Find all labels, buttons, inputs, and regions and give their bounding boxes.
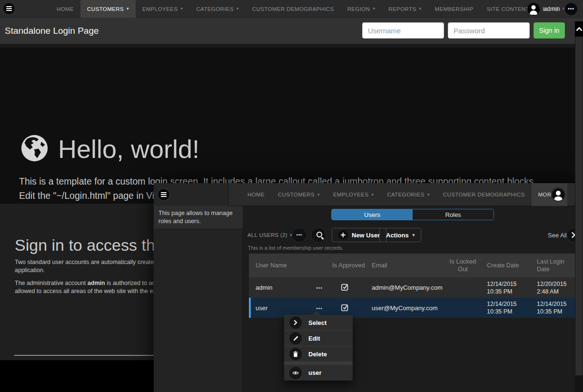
nav-label: CUSTOMERS bbox=[278, 192, 315, 197]
cell-last-login-date: 12/14/2015 10:35 PM bbox=[528, 300, 578, 315]
section-paragraph-1: Two standard user accounts are automatic… bbox=[15, 258, 163, 274]
ellipsis-icon: ••• bbox=[296, 233, 302, 237]
row-menu-button[interactable]: ••• bbox=[309, 284, 329, 291]
table-header-row: User Name Is Approved Email Is Locked Ou… bbox=[249, 254, 578, 277]
trash-icon bbox=[289, 348, 302, 360]
search-button[interactable] bbox=[311, 227, 326, 243]
cell-email: admin@MyCompany.com bbox=[366, 284, 447, 291]
column-header-is-locked-out[interactable]: Is Locked Out bbox=[447, 258, 478, 273]
page-title: Standalone Login Page bbox=[5, 18, 99, 44]
sign-in-button[interactable]: Sign in bbox=[534, 22, 565, 39]
table-row-admin[interactable]: admin ••• admin@MyCompany.com 12/14/2015… bbox=[249, 277, 578, 298]
modal-nav-categories[interactable]: CATEGORIES▾ bbox=[380, 183, 436, 206]
menu-item-view-user[interactable]: user bbox=[284, 365, 353, 381]
nav-label: CATEGORIES bbox=[196, 6, 234, 12]
checkbox-checked-icon bbox=[341, 303, 349, 312]
section-heading: Sign in to access the p bbox=[15, 236, 178, 255]
column-header-email[interactable]: Email bbox=[366, 262, 447, 269]
eye-icon bbox=[289, 367, 302, 379]
cell-is-approved bbox=[329, 283, 366, 293]
cell-create-date: 12/14/2015 10:35 PM bbox=[478, 280, 528, 295]
overflow-ellipsis-icon[interactable]: ••• bbox=[564, 2, 578, 16]
caret-down-icon: ▾ bbox=[419, 7, 422, 11]
toolbar-ellipsis-button[interactable]: ••• bbox=[292, 227, 307, 243]
scrollbar-thumb[interactable] bbox=[575, 37, 583, 375]
column-header-create-date[interactable]: Create Date bbox=[478, 262, 528, 269]
column-header-last-login-date[interactable]: Last Login Date bbox=[528, 258, 578, 273]
column-header-is-approved[interactable]: Is Approved bbox=[329, 262, 366, 269]
cell-user-name: admin bbox=[249, 284, 309, 291]
modal-nav-home[interactable]: HOME bbox=[241, 183, 271, 206]
username-field[interactable] bbox=[362, 22, 444, 39]
paragraph-line: allowed to access all areas of the web s… bbox=[15, 287, 161, 295]
nav-item-home[interactable]: HOME bbox=[50, 0, 80, 18]
modal-navbar-left bbox=[154, 183, 229, 206]
hamburger-menu-icon[interactable] bbox=[157, 188, 170, 201]
user-avatar-icon[interactable] bbox=[527, 3, 540, 15]
menu-item-delete[interactable]: Delete bbox=[284, 346, 353, 362]
modal-content: Users Roles ALL USERS (2) ▾ ••• New User… bbox=[243, 206, 583, 392]
see-all-link[interactable]: See All bbox=[548, 227, 567, 243]
user-avatar-icon[interactable] bbox=[551, 187, 565, 202]
header-separator bbox=[0, 44, 583, 48]
caret-down-icon: ▾ bbox=[427, 193, 430, 197]
actions-dropdown-button[interactable]: Actions ▾ bbox=[379, 228, 421, 242]
nav-label: CUSTOMERS bbox=[87, 6, 124, 12]
nav-item-customers[interactable]: CUSTOMERS▾ bbox=[80, 0, 136, 18]
menu-item-select[interactable]: Select bbox=[284, 315, 353, 331]
time-line: 2:48 AM bbox=[537, 288, 578, 295]
nav-label: MEMBERSHIP bbox=[435, 6, 473, 12]
nav-label: CUSTOMER DEMOGRAPHICS bbox=[252, 6, 334, 12]
pencil-icon bbox=[289, 332, 302, 344]
hamburger-menu-icon[interactable] bbox=[2, 2, 16, 15]
filter-dropdown[interactable]: ALL USERS (2) ▾ bbox=[247, 227, 292, 243]
topnav-right-cluster: admin ••• bbox=[527, 0, 578, 18]
nav-item-reports[interactable]: REPORTS▾ bbox=[382, 0, 428, 18]
modal-nav-employees[interactable]: EMPLOYEES▾ bbox=[326, 183, 380, 206]
paragraph-line: Two standard user accounts are automatic… bbox=[15, 258, 163, 266]
page-header-bar: Standalone Login Page Sign in bbox=[0, 18, 583, 44]
caret-down-icon: ▾ bbox=[413, 233, 415, 237]
caret-down-icon: ▾ bbox=[373, 7, 375, 11]
caret-down-icon: ▾ bbox=[237, 7, 239, 11]
menu-item-label: Edit bbox=[308, 335, 320, 342]
cell-last-login-date: 12/20/2015 2:48 AM bbox=[528, 280, 578, 295]
column-header-user-name[interactable]: User Name bbox=[249, 262, 309, 269]
vertical-scrollbar[interactable] bbox=[575, 21, 583, 392]
section-paragraph-2: The administrative account admin is auth… bbox=[15, 279, 161, 295]
new-user-label: New User bbox=[352, 232, 380, 239]
ellipsis-icon: ••• bbox=[316, 306, 323, 311]
date-line: 12/14/2015 bbox=[487, 280, 528, 288]
tab-users[interactable]: Users bbox=[332, 209, 413, 220]
nav-label: EMPLOYEES bbox=[333, 192, 369, 197]
caret-down-icon: ▾ bbox=[317, 193, 320, 197]
tab-group: Users Roles bbox=[331, 209, 494, 220]
menu-item-edit[interactable]: Edit bbox=[284, 331, 353, 346]
nav-item-customer-demographics[interactable]: CUSTOMER DEMOGRAPHICS bbox=[246, 0, 341, 18]
actions-label: Actions bbox=[386, 232, 409, 239]
modal-nav-customers[interactable]: CUSTOMERS▾ bbox=[271, 183, 326, 206]
nav-item-categories[interactable]: CATEGORIES▾ bbox=[189, 0, 245, 18]
nav-item-region[interactable]: REGION▾ bbox=[341, 0, 382, 18]
grid-caption: This is a list of membership user record… bbox=[248, 245, 344, 251]
ellipsis-icon: ••• bbox=[316, 285, 323, 291]
nav-item-employees[interactable]: EMPLOYEES▾ bbox=[136, 0, 189, 18]
cell-user-name: user bbox=[249, 304, 309, 312]
password-field[interactable] bbox=[448, 22, 530, 39]
caret-down-icon: ▾ bbox=[180, 7, 183, 11]
scroll-up-button[interactable] bbox=[575, 21, 583, 37]
logged-in-username[interactable]: admin bbox=[543, 5, 560, 12]
nav-label: REGION bbox=[347, 6, 370, 12]
modal-sidebar: This page allows to manage roles and use… bbox=[154, 206, 243, 392]
application-root: HOME CUSTOMERS▾ EMPLOYEES▾ CATEGORIES▾ C… bbox=[0, 0, 583, 392]
new-user-button[interactable]: New User bbox=[332, 228, 386, 242]
tab-roles[interactable]: Roles bbox=[413, 209, 494, 220]
users-table: User Name Is Approved Email Is Locked Ou… bbox=[249, 254, 578, 318]
row-menu-button[interactable]: ••• bbox=[309, 304, 329, 312]
modal-nav-customer-demographics[interactable]: CUSTOMER DEMOGRAPHICS bbox=[436, 183, 532, 206]
nav-item-membership[interactable]: MEMBERSHIP bbox=[428, 0, 480, 18]
globe-icon bbox=[20, 134, 49, 163]
chevron-up-icon bbox=[576, 26, 583, 32]
nav-label: CATEGORIES bbox=[387, 192, 425, 197]
modal-navbar: HOME CUSTOMERS▾ EMPLOYEES▾ CATEGORIES▾ C… bbox=[154, 183, 583, 206]
